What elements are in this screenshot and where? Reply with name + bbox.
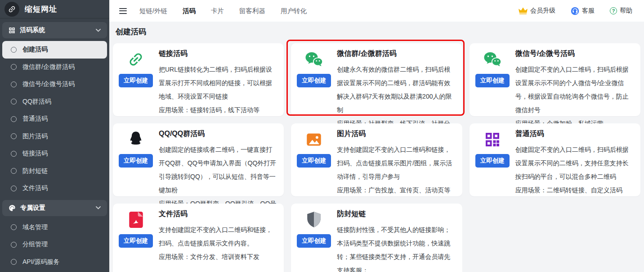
empty-grid-cell [470,204,640,272]
sidebar-item-wechat-group-livecode[interactable]: 微信群/企微群活码 [2,59,107,76]
create-now-button[interactable]: 立即创建 [297,154,331,168]
tab-user-conversion[interactable]: 用户转化 [281,7,307,15]
sidebar-item-label: 微信号/企微号活码 [22,80,75,88]
qq-penguin-icon [128,129,143,150]
card-title: 微信号/企微号活码 [515,49,634,59]
tab-retain-customers[interactable]: 留客利器 [239,7,265,15]
card-description: 创建固定的链接或者二维码，一键直接打开QQ群、QQ号申请加入界面（QQ外打开引导… [159,143,277,197]
circle-icon [11,242,17,248]
sidebar-item-qq-group-livecode[interactable]: QQ群活码 [2,93,107,111]
card-scene: 应用场景：文件分发、培训资料下发 [159,253,277,260]
sidebar-item-file-livecode[interactable]: 文件活码 [2,180,107,197]
circle-icon [11,168,17,174]
card-description: 把URL链接转化为二维码，扫码后根据设置展示打开不同或相同的链接，可以根据地域、… [159,63,277,103]
sidebar-item-label: 链接活码 [22,150,48,158]
card-link-livecode: 立即创建 链接活码 把URL链接转化为二维码，扫码后根据设置展示打开不同或相同的… [113,43,284,116]
card-description: 链接防封性强，不受其他人的链接影响；本活码类型不提供数据统计功能，快速跳转；某些… [337,223,456,272]
sidebar-item-label: 文件活码 [22,184,48,192]
help-button[interactable]: ? 帮助 [610,7,632,15]
card-description: 创建永久有效的微信群二维码，扫码后根据设置展示不同的二维码，群活码能有效解决入群… [337,63,456,117]
sidebar-item-link-livecode[interactable]: 链接活码 [2,145,107,163]
sidebar-item-label: QQ群活码 [22,98,51,106]
card-antiblock-shortlink: 立即创建 防封短链 链接防封性强，不受其他人的链接影响；本活码类型不提供数据统计… [291,204,462,272]
wechat-icon [483,49,501,70]
card-grid: 立即创建 链接活码 把URL链接转化为二维码，扫码后根据设置展示打开不同或相同的… [113,43,640,272]
sidebar-item-domain-management[interactable]: 域名管理 [2,219,107,236]
upgrade-label: 会员升级 [530,7,555,15]
tab-live-code[interactable]: 活码 [183,7,196,15]
card-scene: 应用场景：广告投放、宣传页、活动页等 [337,186,456,194]
section-label: 活码系统 [20,26,45,34]
shield-icon [306,209,322,230]
sidebar-item-wechat-account-livecode[interactable]: 微信号/企微号活码 [2,76,107,93]
link-logo-icon [8,5,16,14]
sidebar-item-create-livecode[interactable]: 创建活码 [2,41,107,59]
circle-icon [11,64,17,70]
wechat-icon [305,49,323,70]
app-logo [4,2,19,17]
card-file-livecode: 立即创建 文件活码 支持创建固定不变的入口二维码和链接，扫码、点击链接后展示文件… [113,204,284,272]
sidebar-item-group-management[interactable]: 分组管理 [2,236,107,254]
circle-icon [11,47,17,53]
link-icon [127,49,144,70]
chevron-down-icon [96,206,101,209]
card-title: QQ/QQ群活码 [159,129,277,139]
hamburger-menu-icon[interactable] [119,8,127,14]
circle-icon [11,186,17,191]
help-label: 帮助 [620,7,632,15]
card-title: 普通活码 [515,129,634,139]
create-now-button[interactable]: 立即创建 [297,234,331,248]
card-description: 支持创建固定不变的入口二维码和链接，扫码、点击链接后展示图片/图组，展示活动详情… [337,143,456,183]
top-navbar: 短链/外链 活码 卡片 留客利器 用户转化 会员升级 客服 [109,0,644,22]
sidebar-item-label: 分组管理 [22,240,48,249]
logo-bar: 缩短网址 [0,0,109,18]
create-now-button[interactable]: 立即创建 [297,74,331,87]
card-normal-livecode: 立即创建 普通活码 创建固定不变的入口二维码，扫码后根据设置展示不同的二维码，支… [470,123,640,196]
sidebar-item-label: 创建活码 [22,45,48,54]
create-now-button[interactable]: 立即创建 [119,154,153,168]
sidebar-section-exclusive-settings[interactable]: 专属设置 [2,200,107,216]
app-window: 缩短网址 活码系统 创建活码 微信群/企微群活码 [0,0,644,272]
chevron-down-icon [96,29,101,32]
tab-card[interactable]: 卡片 [211,7,224,15]
service-label: 客服 [582,7,595,15]
card-wechat-group-livecode: 立即创建 微信群/企微群活码 创建永久有效的微信群二维码，扫码后根据设置展示不同… [291,43,462,116]
card-title: 文件活码 [159,209,277,219]
app-title: 缩短网址 [25,4,57,14]
qrcode-icon [484,129,501,150]
main-area: 短链/外链 活码 卡片 留客利器 用户转化 会员升级 客服 [109,0,644,272]
card-qq-livecode: 立即创建 QQ/QQ群活码 创建固定的链接或者二维码，一键直接打开QQ群、QQ号… [113,123,284,196]
sidebar-item-label: 微信群/企微群活码 [22,63,75,71]
create-now-button[interactable]: 立即创建 [475,74,510,87]
upgrade-membership-button[interactable]: 会员升级 [519,7,555,15]
sidebar-item-image-livecode[interactable]: 图片活码 [2,128,107,145]
circle-icon [11,224,17,230]
sidebar: 缩短网址 活码系统 创建活码 微信群/企微群活码 [0,0,109,272]
circle-icon [11,82,17,87]
sidebar-section-livecode-system[interactable]: 活码系统 [2,22,107,38]
image-icon [306,129,322,150]
customer-service-button[interactable]: 客服 [571,7,595,15]
nav-tabs: 短链/外链 活码 卡片 留客利器 用户转化 [139,7,307,15]
card-title: 图片活码 [337,129,456,139]
sidebar-item-label: 图片活码 [22,132,48,141]
circle-icon [11,133,17,139]
create-now-button[interactable]: 立即创建 [119,74,153,87]
pdf-file-icon [129,209,143,230]
card-title: 微信群/企微群活码 [337,49,456,59]
sidebar-item-antiblock-shortlink[interactable]: 防封短链 [2,163,107,180]
card-wechat-account-livecode: 立即创建 微信号/企微号活码 创建固定不变的入口二维码，扫码后根据设置展示示不同… [470,43,640,116]
sidebar-item-normal-livecode[interactable]: 普通活码 [2,110,107,128]
circle-icon [11,116,17,122]
tab-short-link[interactable]: 短链/外链 [139,7,167,15]
qr-grid-icon [9,27,15,34]
help-icon: ? [610,7,617,14]
card-description: 支持创建固定不变的入口二维码和链接，扫码、点击链接后展示文件内容。 [159,223,277,250]
topbar-actions: 会员升级 客服 ? 帮助 [519,7,632,15]
palette-icon [9,204,16,212]
crown-icon [519,7,528,14]
create-now-button[interactable]: 立即创建 [475,154,510,168]
create-now-button[interactable]: 立即创建 [119,234,153,248]
sidebar-item-api-source-service[interactable]: API/源码服务 [2,254,107,271]
card-scene: 应用场景：链接转活码，线下活动等 [159,106,277,113]
